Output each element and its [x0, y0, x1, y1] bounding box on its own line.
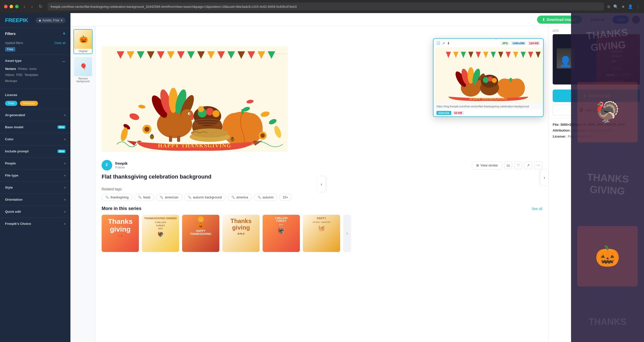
- chevron-right-icon6: ›: [64, 210, 65, 213]
- svg-point-46: [260, 133, 265, 138]
- chevron-right-icon7: ›: [64, 222, 65, 226]
- maximize-window-btn[interactable]: [15, 5, 19, 8]
- select-all-btn[interactable]: Select all: [585, 15, 610, 24]
- license-row: License: Free More info: [553, 134, 640, 139]
- prev-asset-btn[interactable]: ‹: [317, 177, 326, 192]
- series-item-3[interactable]: Thanksgiving 🍂🍁🌽: [222, 215, 260, 252]
- search-icon[interactable]: 🔍: [613, 4, 618, 9]
- ad-banner[interactable]: 👤 In paying as in F optimizi drive m gai…: [553, 34, 640, 84]
- asset-page: 🎃 Original 🎈 Remove background ‹: [70, 26, 644, 342]
- close-window-btn[interactable]: [4, 5, 8, 8]
- back-btn[interactable]: ‹: [22, 3, 27, 10]
- vectors-tag[interactable]: Vectors: [5, 67, 16, 71]
- color-header[interactable]: Color ›: [0, 134, 70, 144]
- bookmark-icon[interactable]: ★: [621, 4, 625, 9]
- series-item-0[interactable]: Thanksgiving 🍂🍁: [102, 215, 139, 252]
- assets-free-btn[interactable]: ◆ Assets, Free ▾: [36, 18, 65, 23]
- svg-point-87: [483, 77, 489, 83]
- see-all-link[interactable]: See all: [532, 207, 542, 211]
- color-section: Color ›: [0, 133, 70, 145]
- svg-point-44: [144, 127, 149, 132]
- svg-rect-56: [231, 137, 233, 138]
- file-type-header[interactable]: File type ›: [0, 170, 70, 180]
- layers-icon: ⊞: [476, 163, 479, 167]
- favorite-btn[interactable]: ♡: [514, 161, 522, 169]
- series-next-btn[interactable]: ›: [343, 215, 351, 252]
- orientation-header[interactable]: Orientation ›: [0, 195, 70, 204]
- menu-icon[interactable]: ⋮: [636, 4, 640, 9]
- view-similar-btn[interactable]: ⊞ View similar: [472, 161, 502, 169]
- series-item-2[interactable]: 👑 🎃 HAPPYTHANKSGIVING: [182, 215, 219, 252]
- more-tags-btn[interactable]: 15+: [279, 194, 291, 201]
- search-mini-icon: 🔍: [105, 196, 109, 199]
- series-grid: Thanksgiving 🍂🍁 THANKSGIVING DINNER 5 MI…: [102, 215, 542, 252]
- forward-btn[interactable]: ›: [29, 3, 35, 10]
- series-item-4[interactable]: 5 MILLIONTURKEY 80% 🦃: [263, 215, 300, 252]
- license-header[interactable]: License: [0, 90, 70, 100]
- tools-btn[interactable]: Tools: [613, 16, 629, 24]
- right-panel: ☑ ↗ ⬇ JPG 1486x986 124 KB: [548, 26, 644, 342]
- tag-feast[interactable]: 🔍 feast: [134, 194, 154, 201]
- mockups-tag[interactable]: Mockups: [5, 79, 17, 83]
- ad-learn-link[interactable]: LEARN: [613, 67, 624, 70]
- psd-tag[interactable]: PSD: [16, 73, 22, 77]
- templates-tag[interactable]: Templates: [24, 73, 38, 77]
- popup-badge-row: JPG 1486x986 124 KB: [501, 41, 540, 45]
- reload-btn[interactable]: ↻: [37, 3, 45, 10]
- base-model-new-badge: New: [58, 125, 65, 129]
- next-asset-btn[interactable]: ›: [540, 170, 548, 185]
- download-popup-icon[interactable]: ⬇: [447, 41, 450, 45]
- asset-type-header[interactable]: Asset type …: [0, 56, 70, 66]
- save-collection-btn[interactable]: 🗂: [504, 161, 512, 169]
- more-info-link[interactable]: More info: [576, 135, 590, 138]
- series-item-5[interactable]: PARTY 25 NOV / 09:00 PM 🧺: [303, 215, 340, 252]
- people-header[interactable]: People ›: [0, 158, 70, 168]
- address-bar[interactable]: freepik.com/free-vector/flat-thanksgivin…: [48, 3, 604, 11]
- icons-tag[interactable]: Icons: [29, 67, 37, 71]
- tag-autumn[interactable]: 🔍 autumn: [254, 194, 277, 201]
- tag-autumn-background[interactable]: 🔍 autumn background: [184, 194, 226, 201]
- quick-edit-header[interactable]: Quick edit ›: [0, 207, 70, 217]
- freepik-logo[interactable]: FREEPIK: [5, 17, 28, 24]
- ai-generated-header[interactable]: AI-generated ›: [0, 110, 70, 120]
- orientation-section: Orientation ›: [0, 193, 70, 205]
- more-options-btn[interactable]: ⋯: [534, 161, 542, 169]
- minimize-window-btn[interactable]: [10, 5, 13, 8]
- base-model-section: Base model New: [0, 121, 70, 133]
- content-area: ⬇ Download images Select all Tools 🎃 Ori…: [70, 13, 644, 342]
- chevron-right-icon5: ›: [64, 198, 65, 201]
- remove-bg-thumb[interactable]: 🎈 Remove background: [73, 57, 93, 84]
- premium-license-tag[interactable]: Premium: [20, 101, 38, 106]
- base-model-header[interactable]: Base model New: [0, 122, 70, 132]
- share-btn[interactable]: ↗: [524, 161, 532, 169]
- file-size-badge: 124 KB: [528, 41, 540, 45]
- freepiks-choice-header[interactable]: Freepik's Choice ›: [0, 219, 70, 229]
- tag-american[interactable]: 🔍 american: [156, 194, 182, 201]
- videos-tag[interactable]: Videos: [5, 73, 14, 77]
- action-buttons: ⊞ View similar 🗂 ♡ ↗ ⋯: [472, 161, 542, 169]
- chevron-right-icon4: ›: [64, 186, 65, 189]
- profile-icon[interactable]: 👤: [628, 4, 633, 9]
- download-images-btn[interactable]: ⬇ Download images: [537, 16, 582, 24]
- series-item-1[interactable]: THANKSGIVING DINNER 5 MILLIONTURKEY92% 🦃: [142, 215, 179, 252]
- use-mockup-btn[interactable]: 🖼 Use in a mockup: [553, 105, 640, 115]
- how-to-attr-link[interactable]: How to attribute?: [587, 129, 612, 132]
- applied-free-tag[interactable]: Free: [5, 47, 15, 52]
- style-header[interactable]: Style ›: [0, 183, 70, 192]
- filters-plus-btn[interactable]: +: [63, 31, 65, 36]
- svg-point-42: [191, 129, 229, 138]
- include-prompt-header[interactable]: Include prompt New: [0, 146, 70, 156]
- follow-btn[interactable]: Follow: [115, 165, 469, 169]
- url-text: freepik.com/free-vector/flat-thanksgivin…: [51, 5, 297, 9]
- tag-thanksgiving[interactable]: 🔍 thanksgiving: [102, 194, 132, 201]
- clear-all-link[interactable]: Clear all: [54, 41, 65, 45]
- download-btn[interactable]: ⬇ Download: [553, 90, 640, 102]
- external-link-icon[interactable]: ↗: [442, 41, 445, 45]
- photos-tag[interactable]: Photos: [18, 67, 27, 71]
- original-thumb[interactable]: 🎃 Original: [73, 29, 93, 54]
- user-avatar[interactable]: [632, 16, 640, 24]
- thanksgiving-illustration: HAPPY THANKSGIVING: [102, 46, 288, 152]
- tag-america[interactable]: 🔍 america: [228, 194, 252, 201]
- browser-window-controls: [4, 5, 19, 8]
- free-license-tag[interactable]: Free: [5, 101, 17, 106]
